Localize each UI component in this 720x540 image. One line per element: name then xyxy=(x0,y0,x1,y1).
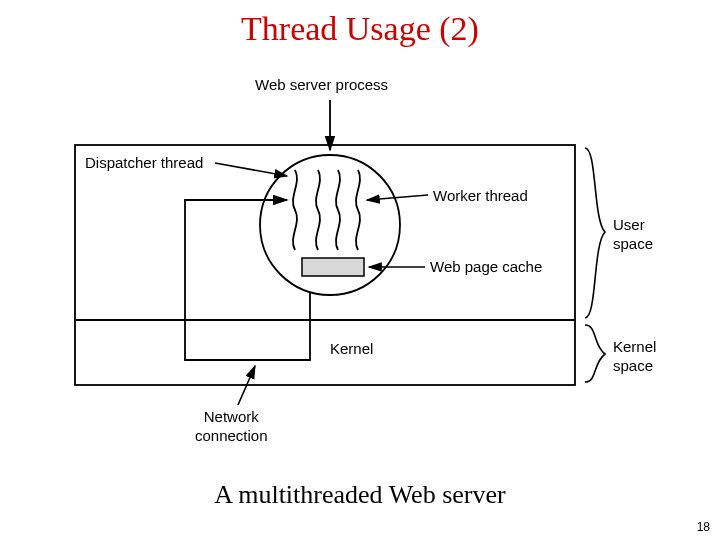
label-dispatcher-thread: Dispatcher thread xyxy=(85,154,203,173)
label-web-page-cache: Web page cache xyxy=(430,258,542,277)
label-user-space: User space xyxy=(613,216,653,254)
webserver-diagram: Web server process Dispatcher thread Wor… xyxy=(55,70,673,465)
label-kernel-space: Kernel space xyxy=(613,338,656,376)
diagram-svg xyxy=(55,70,673,465)
page-number: 18 xyxy=(697,520,710,534)
svg-line-5 xyxy=(215,163,287,176)
label-kernel: Kernel xyxy=(330,340,373,359)
svg-line-6 xyxy=(367,195,428,200)
label-worker-thread: Worker thread xyxy=(433,187,528,206)
svg-rect-3 xyxy=(302,258,364,276)
page-title: Thread Usage (2) xyxy=(0,10,720,48)
caption: A multithreaded Web server xyxy=(0,480,720,510)
label-network-connection: Network connection xyxy=(195,408,268,446)
label-web-server-process: Web server process xyxy=(255,76,388,95)
